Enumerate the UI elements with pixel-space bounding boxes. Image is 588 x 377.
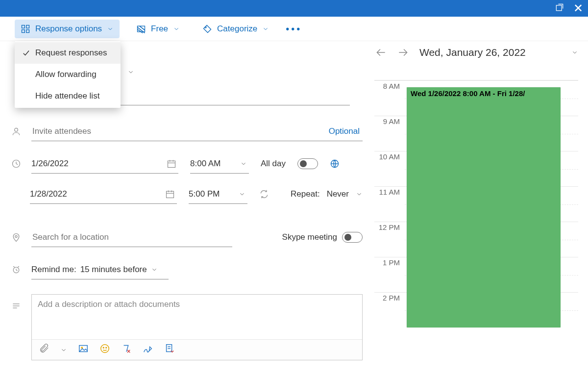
hour-label: 1 PM [374,257,405,292]
hour-label: 2 PM [374,292,405,327]
svg-point-10 [15,128,18,131]
categorize-button[interactable]: Categorize [196,20,275,38]
all-day-toggle[interactable] [297,158,318,169]
prev-day-button[interactable] [374,46,387,59]
popout-icon[interactable] [555,2,564,14]
chevron-down-icon [356,191,363,198]
chevron-down-icon [151,266,158,273]
calendar-event-block[interactable]: Wed 1/26/2022 8:00 AM - Fri 1/28/ [407,87,561,327]
svg-rect-3 [22,29,25,32]
attendees-input[interactable]: Optional [31,122,363,141]
attach-icon[interactable] [39,343,49,356]
location-input[interactable] [31,227,232,247]
calendar-preview: Wed, January 26, 2022 8 AM 9 AM 10 AM 11… [372,41,588,377]
close-icon[interactable]: ✕ [573,1,583,15]
clear-formatting-icon[interactable] [121,343,132,356]
svg-point-34 [106,347,107,348]
signature-icon[interactable] [143,343,153,356]
template-icon[interactable] [164,343,175,356]
svg-rect-12 [168,161,175,167]
categorize-label: Categorize [217,24,257,34]
svg-line-24 [16,270,18,271]
svg-rect-4 [26,29,29,32]
optional-attendees-link[interactable]: Optional [329,126,360,136]
svg-rect-0 [556,5,562,11]
skype-meeting-toggle[interactable] [342,232,363,243]
svg-point-32 [101,345,109,353]
chevron-down-icon [173,25,180,32]
description-box: Add a description or attach documents [31,294,363,360]
calendar-icon[interactable] [167,159,176,169]
chevron-down-icon [262,25,269,32]
more-options-button[interactable]: ••• [286,26,302,31]
svg-point-21 [15,235,17,237]
all-day-label: All day [261,159,286,169]
emoji-icon[interactable] [99,343,110,356]
hour-label: 8 AM [374,80,405,116]
start-time-input[interactable]: 8:00 AM [190,154,249,174]
chevron-down-icon[interactable] [240,160,247,167]
response-options-label: Response options [35,24,102,34]
title-bar: ✕ [0,0,588,17]
chevron-down-icon[interactable] [239,191,245,198]
calendar-icon[interactable] [165,189,175,199]
hour-label: 10 AM [374,151,405,186]
start-date-input[interactable]: 1/26/2022 [31,154,178,174]
end-time-input[interactable]: 5:00 PM [189,184,247,204]
svg-rect-37 [167,345,172,352]
show-as-button[interactable]: Free [130,20,186,38]
checkmark-icon [22,49,30,57]
svg-rect-1 [22,25,25,28]
hour-label: 9 AM [374,116,405,151]
description-input[interactable]: Add a description or attach documents [32,295,362,339]
insert-image-icon[interactable] [78,343,89,356]
clock-icon [11,159,21,169]
skype-meeting-label: Skype meeting [282,232,337,242]
svg-rect-17 [167,191,174,198]
chevron-down-icon[interactable] [127,69,134,77]
next-day-button[interactable] [397,46,410,59]
calendar-date-label: Wed, January 26, 2022 [419,47,562,58]
hour-label: 11 AM [374,186,405,222]
description-toolbar [32,339,362,360]
response-options-icon [21,24,30,34]
hour-label: 12 PM [374,222,405,257]
svg-line-25 [13,266,15,267]
people-icon [11,126,21,136]
chevron-down-icon[interactable] [60,347,67,353]
svg-point-9 [205,26,206,28]
response-options-button[interactable]: Response options [15,20,120,38]
svg-rect-2 [26,25,29,28]
chevron-down-icon [107,25,114,32]
description-icon [11,301,21,311]
response-options-menu: Request responses Allow forwarding Hide … [15,41,121,108]
location-icon [11,232,21,242]
busy-status-icon [136,24,146,34]
reminder-selector[interactable]: Remind me: 15 minutes before [31,260,169,279]
reminder-icon [11,265,21,275]
repeat-selector[interactable]: Repeat: Never [291,189,363,199]
chevron-down-icon[interactable] [571,49,578,56]
show-as-label: Free [151,24,168,34]
menu-request-responses[interactable]: Request responses [15,42,121,64]
timezone-icon[interactable] [330,159,340,169]
end-date-input[interactable]: 1/28/2022 [30,184,177,204]
time-grid: 8 AM 9 AM 10 AM 11 AM 12 PM 1 PM 2 PM We… [374,80,578,327]
tag-icon [202,24,212,34]
svg-line-26 [18,266,19,267]
svg-point-33 [103,347,104,348]
menu-hide-attendee-list[interactable]: Hide attendee list [15,85,121,107]
ribbon-toolbar: Response options Free Categorize ••• [0,17,588,41]
recurrence-icon[interactable] [259,189,269,199]
menu-allow-forwarding[interactable]: Allow forwarding [15,64,121,85]
